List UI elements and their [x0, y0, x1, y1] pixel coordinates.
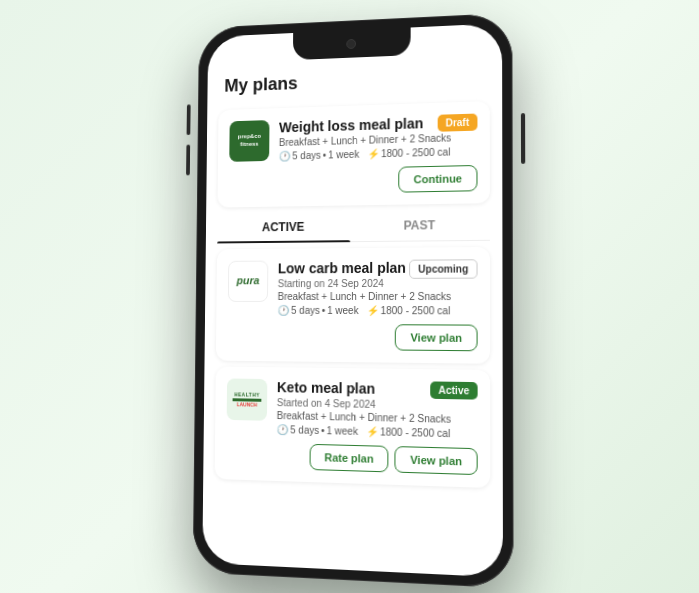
bolt-icon-weight-loss: ⚡: [367, 148, 379, 159]
plan-meals-low-carb: Breakfast + Lunch + Dinner + 2 Snacks: [277, 290, 477, 301]
phone-screen: My plans prep&cofitness Weight loss meal…: [202, 23, 503, 577]
plan-logo-weight-loss: prep&cofitness: [229, 120, 269, 162]
tab-active[interactable]: ACTIVE: [217, 211, 350, 242]
plan-actions-low-carb: View plan: [227, 323, 477, 351]
plan-calories-weight-loss: ⚡ 1800 - 2500 cal: [367, 146, 450, 159]
plan-days-weight-loss: 🕐 5 days • 1 week: [278, 148, 359, 161]
plan-calories-low-carb: ⚡ 1800 - 2500 cal: [366, 305, 450, 316]
plan-card-keto: HEALTHY LAUNCH Keto meal plan Started on…: [214, 366, 490, 487]
badge-upcoming-low-carb: Upcoming: [409, 259, 477, 279]
badge-active-keto: Active: [430, 381, 477, 399]
volume-up-button[interactable]: [186, 104, 190, 135]
continue-button[interactable]: Continue: [398, 164, 477, 192]
plan-header-low-carb: pura Low carb meal plan Starting on 24 S…: [227, 259, 477, 316]
plan-logo-low-carb: pura: [227, 260, 267, 301]
rate-plan-button-keto[interactable]: Rate plan: [309, 443, 388, 472]
plan-header-keto: HEALTHY LAUNCH Keto meal plan Started on…: [226, 378, 477, 439]
screen-content: My plans prep&cofitness Weight loss meal…: [202, 23, 503, 577]
plan-card-weight-loss: prep&cofitness Weight loss meal plan Bre…: [217, 101, 489, 208]
bolt-icon-low-carb: ⚡: [366, 305, 378, 316]
plan-meta-weight-loss: 🕐 5 days • 1 week ⚡ 1800 - 2500 cal: [278, 145, 477, 161]
tab-past[interactable]: PAST: [350, 209, 490, 241]
notch: [292, 27, 410, 60]
plan-header: prep&cofitness Weight loss meal plan Bre…: [229, 113, 477, 162]
plan-meta-keto: 🕐 5 days • 1 week ⚡ 1800 - 2500 cal: [276, 423, 477, 439]
plan-meals-keto: Breakfast + Lunch + Dinner + 2 Snacks: [276, 410, 477, 425]
plan-actions-keto: Rate plan View plan: [226, 441, 478, 474]
view-plan-button-keto[interactable]: View plan: [394, 446, 477, 475]
plan-date-low-carb: Starting on 24 Sep 2024: [277, 277, 477, 289]
clock-icon-low-carb: 🕐: [277, 304, 289, 315]
bolt-icon-keto: ⚡: [365, 426, 377, 437]
page-title: My plans: [207, 55, 502, 104]
plan-calories-keto: ⚡ 1800 - 2500 cal: [365, 426, 449, 439]
plan-meta-low-carb: 🕐 5 days • 1 week ⚡ 1800 - 2500 cal: [277, 304, 477, 316]
front-camera: [346, 38, 356, 48]
clock-icon-weight-loss: 🕐: [278, 150, 290, 161]
plan-days-keto: 🕐 5 days • 1 week: [276, 423, 357, 436]
plan-card-low-carb: pura Low carb meal plan Starting on 24 S…: [215, 246, 489, 363]
volume-down-button[interactable]: [186, 144, 190, 175]
healthy-logo: HEALTHY LAUNCH: [232, 391, 261, 407]
plan-actions-weight-loss: Continue: [228, 164, 477, 195]
badge-draft-weight-loss: Draft: [437, 113, 477, 131]
view-plan-button-low-carb[interactable]: View plan: [395, 324, 477, 351]
plan-logo-keto: HEALTHY LAUNCH: [226, 378, 267, 420]
phone-frame: My plans prep&cofitness Weight loss meal…: [192, 12, 513, 588]
plan-days-low-carb: 🕐 5 days • 1 week: [277, 304, 358, 315]
tabs-container: ACTIVE PAST: [217, 209, 490, 243]
clock-icon-keto: 🕐: [276, 423, 288, 434]
power-button[interactable]: [520, 113, 524, 164]
